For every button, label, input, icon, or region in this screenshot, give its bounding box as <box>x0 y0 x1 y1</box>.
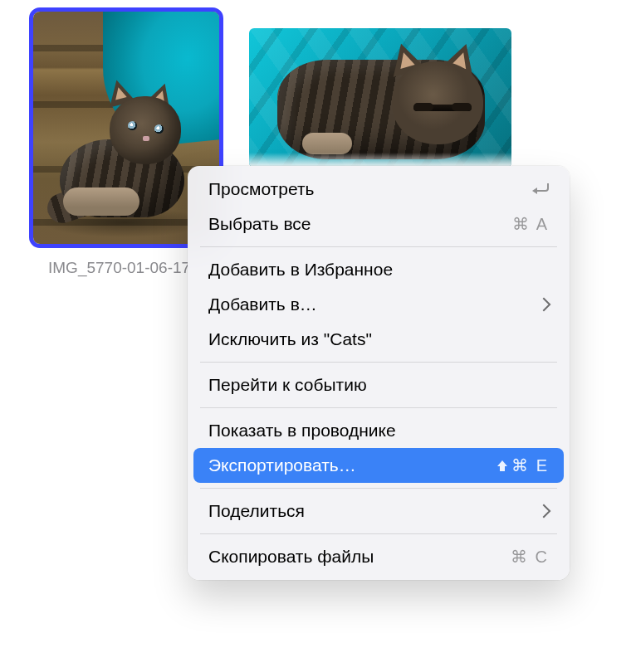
menu-item-select-all[interactable]: Выбрать все ⌘ A <box>193 207 564 241</box>
menu-item-exclude[interactable]: Исключить из "Cats" <box>193 322 564 357</box>
menu-separator <box>200 488 557 489</box>
chevron-right-icon <box>539 299 549 309</box>
menu-item-share[interactable]: Поделиться <box>193 494 564 528</box>
menu-item-add-favorite[interactable]: Добавить в Избранное <box>193 252 564 287</box>
menu-item-label: Выбрать все <box>208 214 311 234</box>
menu-shortcut: ⌘ A <box>512 214 549 234</box>
menu-item-preview[interactable]: Просмотреть <box>193 172 564 207</box>
menu-item-label: Исключить из "Cats" <box>208 329 372 349</box>
menu-item-label: Перейти к событию <box>208 375 367 395</box>
photo-thumbnail-2[interactable] <box>249 28 511 168</box>
menu-item-label: Показать в проводнике <box>208 421 396 441</box>
menu-item-label: Экспортировать… <box>208 455 356 475</box>
menu-item-label: Просмотреть <box>208 179 314 199</box>
menu-separator <box>200 533 557 534</box>
menu-shortcut: ⌘ E <box>496 455 549 475</box>
enter-key-icon <box>534 183 549 195</box>
menu-separator <box>200 246 557 247</box>
menu-separator <box>200 362 557 363</box>
menu-item-goto-event[interactable]: Перейти к событию <box>193 368 564 402</box>
menu-item-label: Добавить в Избранное <box>208 260 393 280</box>
shift-key-icon <box>496 460 508 472</box>
menu-item-copy-files[interactable]: Скопировать файлы ⌘ C <box>193 539 564 574</box>
photo-grid-viewport: IMG_5770-01-06-17-2 Просмотреть Выбрать … <box>0 0 631 672</box>
menu-separator <box>200 407 557 408</box>
chevron-right-icon <box>539 506 549 516</box>
menu-item-export[interactable]: Экспортировать… ⌘ E <box>193 448 564 483</box>
menu-item-label: Скопировать файлы <box>208 547 374 567</box>
menu-item-label: Поделиться <box>208 501 305 521</box>
menu-item-show-in-finder[interactable]: Показать в проводнике <box>193 413 564 448</box>
menu-item-add-to[interactable]: Добавить в… <box>193 287 564 322</box>
menu-item-label: Добавить в… <box>208 295 317 314</box>
context-menu: Просмотреть Выбрать все ⌘ A Добавить в И… <box>188 166 570 580</box>
menu-shortcut: ⌘ C <box>511 547 549 567</box>
